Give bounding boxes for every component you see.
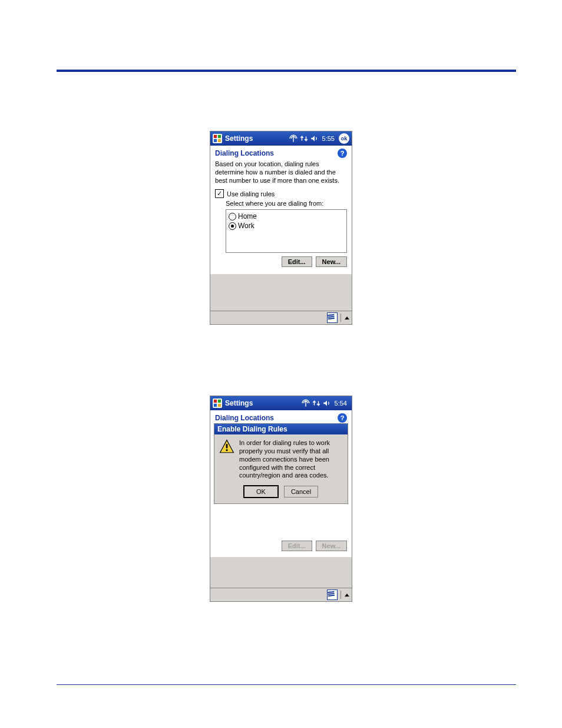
svg-rect-6	[214, 404, 217, 407]
taskbar	[210, 311, 352, 324]
svg-rect-4	[214, 400, 217, 403]
screenshot-enable-dialing-rules-dialog: Settings 5:54 Dialing Locations ? E Enab…	[210, 396, 352, 602]
app-title: Settings	[225, 399, 253, 407]
svg-point-10	[226, 449, 227, 451]
dialog-message: In order for dialing rules to work prope…	[239, 439, 343, 480]
svg-rect-5	[218, 400, 221, 403]
help-icon[interactable]: ?	[338, 149, 347, 158]
svg-rect-3	[218, 139, 221, 142]
sip-keyboard-icon[interactable]	[327, 589, 338, 600]
app-title: Settings	[225, 134, 253, 143]
warning-icon	[219, 439, 234, 454]
sip-menu-arrow-icon[interactable]	[345, 594, 349, 597]
select-location-label: Select where you are dialing from:	[226, 200, 347, 207]
location-option-work[interactable]: Work	[229, 221, 344, 230]
screen-title: Dialing Locations	[215, 414, 274, 422]
connectivity-icon[interactable]	[312, 399, 320, 407]
radio-icon	[229, 222, 236, 230]
use-dialing-rules-label: Use dialing rules	[227, 190, 275, 197]
signal-icon[interactable]	[302, 399, 310, 407]
svg-rect-7	[218, 404, 221, 407]
taskbar	[210, 588, 352, 601]
sip-menu-arrow-icon[interactable]	[345, 317, 349, 319]
help-icon[interactable]: ?	[338, 413, 347, 423]
new-button: New...	[316, 541, 347, 551]
dialog-ok-button[interactable]: OK	[244, 486, 278, 498]
svg-rect-2	[214, 139, 217, 142]
dialog-cancel-button[interactable]: Cancel	[284, 486, 318, 498]
signal-icon[interactable]	[289, 134, 297, 143]
svg-rect-1	[218, 135, 221, 138]
sip-keyboard-icon[interactable]	[327, 312, 338, 323]
titlebar: Settings 5:55 ok	[210, 131, 352, 146]
use-dialing-rules-checkbox[interactable]: ✓	[215, 189, 224, 198]
volume-icon[interactable]	[323, 399, 331, 407]
location-option-home[interactable]: Home	[229, 212, 344, 221]
connectivity-icon[interactable]	[300, 134, 308, 143]
screenshot-dialing-locations: Settings 5:55 ok Dialing Locations ? Bas…	[210, 131, 352, 325]
svg-rect-9	[226, 444, 228, 448]
edit-button: Edit...	[282, 541, 312, 551]
enable-dialing-rules-dialog: Enable Dialing Rules In order for dialin…	[214, 423, 348, 504]
radio-icon	[229, 213, 236, 220]
start-flag-icon[interactable]	[213, 134, 222, 143]
ok-button[interactable]: ok	[339, 133, 349, 144]
start-flag-icon[interactable]	[213, 398, 222, 408]
svg-rect-0	[214, 135, 217, 138]
edit-button[interactable]: Edit...	[282, 256, 312, 267]
description-text: Based on your location, dialing rules de…	[215, 160, 347, 185]
titlebar: Settings 5:54	[210, 396, 352, 410]
screen-title: Dialing Locations	[215, 149, 274, 157]
clock-time[interactable]: 5:54	[335, 400, 347, 407]
dialog-title: Enable Dialing Rules	[214, 424, 348, 434]
clock-time[interactable]: 5:55	[322, 135, 335, 142]
new-button[interactable]: New...	[316, 256, 347, 267]
locations-list[interactable]: Home Work	[226, 209, 347, 253]
volume-icon[interactable]	[310, 134, 319, 143]
